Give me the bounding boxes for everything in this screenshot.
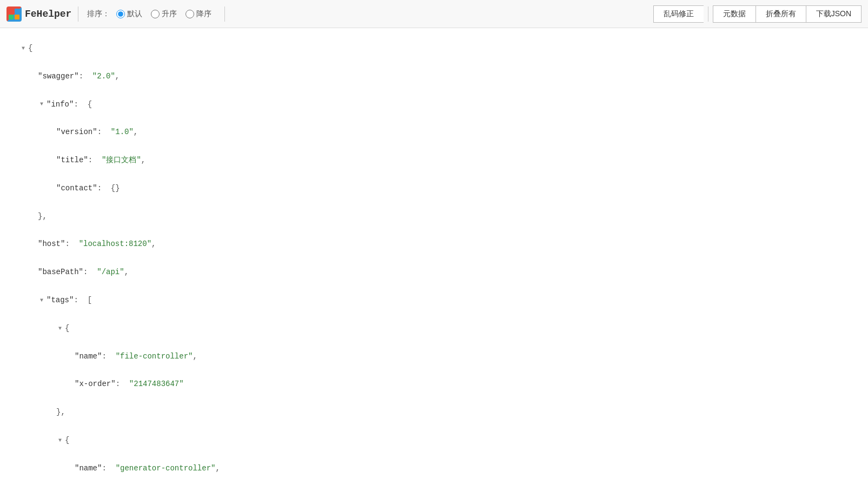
sort-desc-radio[interactable] — [185, 10, 194, 18]
tags-item0-close-row: }, — [11, 405, 857, 420]
svg-rect-2 — [9, 15, 14, 19]
contact-row: "contact": {} — [11, 181, 857, 196]
json-pre: { "swagger": "2.0", "info": { "version":… — [0, 37, 868, 485]
divider-2 — [708, 6, 708, 22]
json-viewer: { "swagger": "2.0", "info": { "version":… — [0, 28, 868, 485]
sort-label: 排序： — [87, 9, 110, 19]
logo-icon — [6, 6, 22, 22]
tags-item0-name-row: "name": "file-controller", — [11, 349, 857, 364]
sort-asc-label: 升序 — [162, 9, 177, 19]
tags-item1-toggle[interactable] — [56, 435, 64, 446]
info-toggle[interactable] — [38, 99, 45, 109]
root-brace-row: { — [11, 41, 857, 56]
divider-1 — [224, 6, 225, 22]
info-close-row: }, — [11, 209, 857, 224]
app-name: FeHelper — [25, 9, 71, 19]
root-toggle[interactable] — [19, 43, 27, 54]
tags-item0-toggle[interactable] — [56, 323, 64, 334]
fix-encoding-button[interactable]: 乱码修正 — [653, 5, 704, 23]
sort-radio-group: 默认 升序 降序 — [116, 9, 211, 19]
version-row: "version": "1.0", — [11, 125, 857, 139]
tags-item1-name-row: "name": "generator-controller", — [11, 461, 857, 476]
svg-rect-0 — [9, 9, 14, 14]
title-row: "title": "接口文档", — [11, 153, 857, 168]
button-group: 乱码修正 元数据 折叠所有 下载JSON — [653, 5, 862, 23]
toolbar: FeHelper 排序： 默认 升序 降序 乱码修正 元数据 折叠所有 下载JS… — [0, 0, 868, 28]
meta-button[interactable]: 元数据 — [713, 5, 756, 23]
swagger-row: "swagger": "2.0", — [11, 69, 857, 84]
collapse-all-button[interactable]: 折叠所有 — [756, 5, 806, 23]
sort-default-label: 默认 — [127, 9, 142, 19]
sort-asc-option[interactable]: 升序 — [151, 9, 177, 19]
tags-item1-row: { — [11, 433, 857, 448]
sort-default-option[interactable]: 默认 — [116, 9, 142, 19]
tags-toggle[interactable] — [38, 295, 45, 305]
sort-default-radio[interactable] — [116, 10, 125, 18]
sort-area: 排序： 默认 升序 降序 — [87, 9, 211, 19]
sort-asc-radio[interactable] — [151, 10, 160, 18]
sort-desc-option[interactable]: 降序 — [185, 9, 211, 19]
svg-rect-3 — [15, 15, 19, 19]
basepath-row: "basePath": "/api", — [11, 265, 857, 280]
svg-rect-1 — [15, 9, 19, 14]
tags-row: "tags": [ — [11, 293, 857, 308]
download-json-button[interactable]: 下载JSON — [806, 5, 862, 23]
host-row: "host": "localhost:8120", — [11, 237, 857, 251]
sort-desc-label: 降序 — [196, 9, 211, 19]
logo: FeHelper — [6, 6, 78, 22]
tags-item0-xorder-row: "x-order": "2147483647" — [11, 377, 857, 391]
info-row: "info": { — [11, 97, 857, 112]
tags-item0-row: { — [11, 321, 857, 336]
